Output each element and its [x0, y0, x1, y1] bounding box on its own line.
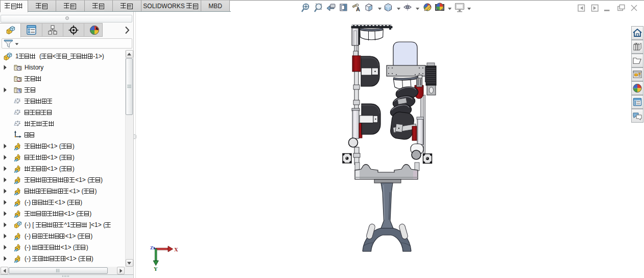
svg-text:A: A [356, 6, 360, 12]
svg-text:Z: Z [150, 245, 153, 250]
svg-text:X: X [174, 247, 178, 252]
svg-text:Y: Y [154, 266, 158, 272]
